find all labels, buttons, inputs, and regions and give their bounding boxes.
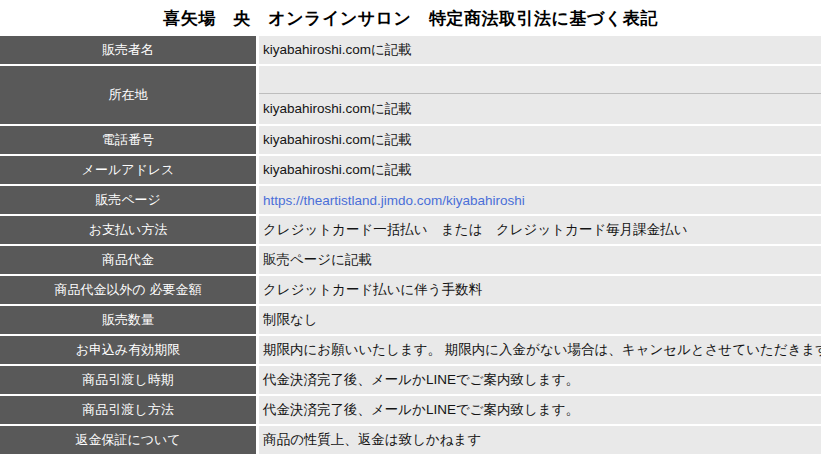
sales-page-link[interactable]: https://theartistland.jimdo.com/kiyabahi… (263, 193, 525, 208)
row-header-cell: 所在地 (0, 66, 256, 124)
row-header-cell: お支払い方法 (0, 216, 256, 244)
spec-table: 販売者名 kiyabahiroshi.comに記載 所在地 kiyabahiro… (0, 36, 821, 454)
row-value-cell: 期限内にお願いいたします。 期限内に入金がない場合は、キャンセルとさせていただき… (259, 336, 821, 364)
row-value: クレジットカード払いに伴う手数料 (263, 281, 482, 299)
row-label: 商品引渡し方法 (82, 401, 173, 419)
row-header-cell: 販売数量 (0, 306, 256, 334)
table-row: 商品代金以外の 必要金額 クレジットカード払いに伴う手数料 (0, 276, 821, 304)
row-value-cell: 制限なし (259, 306, 821, 334)
row-label: お支払い方法 (89, 221, 168, 239)
row-value: 代金決済完了後、メールかLINEでご案内致します。 (263, 401, 579, 419)
row-label: 販売数量 (102, 311, 154, 329)
row-value-cell: kiyabahiroshi.comに記載 (259, 156, 821, 184)
empty-sub-cell (259, 66, 821, 94)
row-value: 商品の性質上、返金は致しかねます (263, 431, 481, 449)
row-value: kiyabahiroshi.comに記載 (263, 41, 412, 59)
row-label: 商品代金以外の 必要金額 (55, 281, 202, 299)
row-label: 販売ページ (95, 191, 161, 209)
row-value-cell: クレジットカード払いに伴う手数料 (259, 276, 821, 304)
table-row: 商品代金 販売ページに記載 (0, 246, 821, 274)
row-value: kiyabahiroshi.comに記載 (263, 100, 412, 118)
row-header-cell: 販売ページ (0, 186, 256, 214)
row-header-cell: 電話番号 (0, 126, 256, 154)
row-header-cell: 返金保証について (0, 426, 256, 454)
row-header-cell: 商品代金 (0, 246, 256, 274)
page: 喜矢場 央 オンラインサロン 特定商法取引法に基づく表記 販売者名 kiyaba… (0, 0, 821, 459)
row-value: 制限なし (263, 311, 318, 329)
row-header-cell: 販売者名 (0, 36, 256, 64)
table-row: 返金保証について 商品の性質上、返金は致しかねます (0, 426, 821, 454)
row-label: 販売者名 (102, 41, 154, 59)
row-header-cell: 商品引渡し時期 (0, 366, 256, 394)
table-row: メールアドレス kiyabahiroshi.comに記載 (0, 156, 821, 184)
page-title: 喜矢場 央 オンラインサロン 特定商法取引法に基づく表記 (0, 0, 821, 30)
table-row: 電話番号 kiyabahiroshi.comに記載 (0, 126, 821, 154)
row-value-cell: 商品の性質上、返金は致しかねます (259, 426, 821, 454)
table-row: 商品引渡し方法 代金決済完了後、メールかLINEでご案内致します。 (0, 396, 821, 424)
row-value: クレジットカード一括払い または クレジットカード毎月課金払い (263, 221, 688, 239)
row-value-cell: 代金決済完了後、メールかLINEでご案内致します。 (259, 366, 821, 394)
row-value: 期限内にお願いいたします。 期限内に入金がない場合は、キャンセルとさせていただき… (263, 341, 821, 359)
value-sub-cell: kiyabahiroshi.comに記載 (259, 94, 821, 124)
row-value: kiyabahiroshi.comに記載 (263, 161, 412, 179)
row-header-cell: メールアドレス (0, 156, 256, 184)
row-value-cell: 販売ページに記載 (259, 246, 821, 274)
row-label: お申込み有効期限 (76, 341, 181, 359)
row-header-cell: 商品代金以外の 必要金額 (0, 276, 256, 304)
row-value-cell: クレジットカード一括払い または クレジットカード毎月課金払い (259, 216, 821, 244)
row-label: メールアドレス (82, 161, 175, 179)
row-value-cell: 代金決済完了後、メールかLINEでご案内致します。 (259, 396, 821, 424)
row-label: 返金保証について (75, 431, 180, 449)
table-row: お申込み有効期限 期限内にお願いいたします。 期限内に入金がない場合は、キャンセ… (0, 336, 821, 364)
table-row: 販売数量 制限なし (0, 306, 821, 334)
row-label: 所在地 (109, 86, 148, 104)
row-value: 販売ページに記載 (263, 251, 372, 269)
row-label: 商品引渡し時期 (82, 371, 173, 389)
row-label: 電話番号 (102, 131, 154, 149)
row-header-cell: お申込み有効期限 (0, 336, 256, 364)
table-row: お支払い方法 クレジットカード一括払い または クレジットカード毎月課金払い (0, 216, 821, 244)
row-value: 代金決済完了後、メールかLINEでご案内致します。 (263, 371, 579, 389)
table-row: 販売ページ https://theartistland.jimdo.com/ki… (0, 186, 821, 214)
row-label: 商品代金 (102, 251, 154, 269)
row-value-cell: kiyabahiroshi.comに記載 (259, 36, 821, 64)
table-row: 所在地 kiyabahiroshi.comに記載 (0, 66, 821, 124)
table-row: 販売者名 kiyabahiroshi.comに記載 (0, 36, 821, 64)
row-value: kiyabahiroshi.comに記載 (263, 131, 412, 149)
row-header-cell: 商品引渡し方法 (0, 396, 256, 424)
row-value-cell: kiyabahiroshi.comに記載 (259, 66, 821, 124)
row-value-cell: kiyabahiroshi.comに記載 (259, 126, 821, 154)
table-row: 商品引渡し時期 代金決済完了後、メールかLINEでご案内致します。 (0, 366, 821, 394)
row-value-cell: https://theartistland.jimdo.com/kiyabahi… (259, 186, 821, 214)
